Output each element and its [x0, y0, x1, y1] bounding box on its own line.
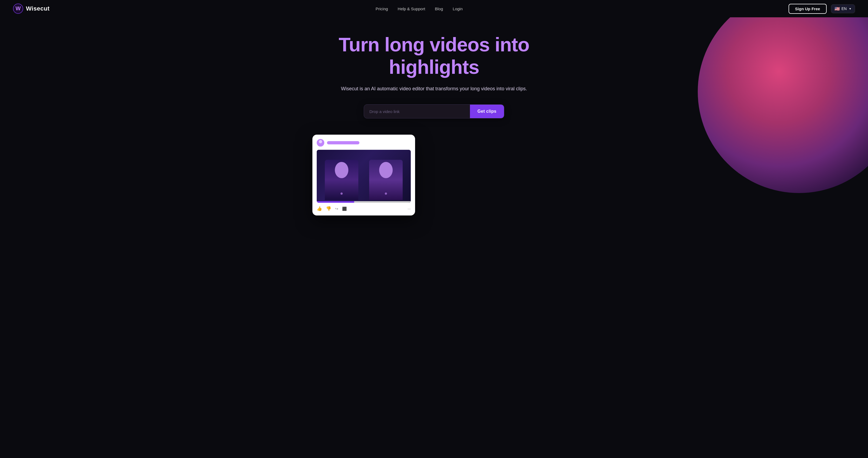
get-clips-button[interactable]: Get clips	[470, 104, 504, 118]
video-progress-bar	[317, 201, 411, 203]
more-options-icon[interactable]: ···	[407, 207, 411, 211]
svg-point-2	[319, 140, 322, 143]
background-orb	[698, 17, 868, 193]
nav-link-login[interactable]: Login	[453, 6, 463, 11]
card-header	[317, 139, 411, 147]
logo-link[interactable]: W Wisecut	[13, 3, 50, 14]
card-title-placeholder	[327, 141, 360, 144]
hero-subtitle: Wisecut is an AI automatic video editor …	[312, 85, 556, 93]
svg-text:W: W	[16, 5, 21, 11]
card-footer: 👍 👎 ↪ ⬛ ···	[317, 203, 411, 211]
video-preview-card: 👍 👎 ↪ ⬛ ···	[312, 135, 415, 215]
nav-link-pricing[interactable]: Pricing	[376, 6, 388, 11]
nav-right: Sign Up Free 🇺🇸 EN ▼	[788, 4, 855, 14]
mic-left	[341, 192, 343, 195]
navbar: W Wisecut Pricing Help & Support Blog Lo…	[0, 0, 868, 17]
thumbs-down-icon[interactable]: 👎	[326, 206, 331, 211]
person-left	[325, 160, 359, 200]
signup-button[interactable]: Sign Up Free	[788, 4, 827, 14]
wisecut-logo-icon: W	[13, 3, 23, 14]
thumbs-up-icon[interactable]: 👍	[317, 206, 322, 211]
lang-code: EN	[841, 6, 847, 11]
nav-link-help-support[interactable]: Help & Support	[398, 6, 425, 11]
video-link-form: Get clips	[364, 104, 504, 118]
hero-section: Turn long videos into highlights Wisecut…	[0, 17, 868, 458]
svg-point-3	[318, 144, 323, 147]
hero-title: Turn long videos into highlights	[312, 33, 556, 79]
nav-links: Pricing Help & Support Blog Login	[376, 6, 463, 11]
nav-link-blog[interactable]: Blog	[435, 6, 443, 11]
person-right	[369, 160, 403, 200]
chevron-down-icon: ▼	[849, 7, 851, 10]
video-link-input[interactable]	[364, 105, 470, 118]
video-thumbnail	[317, 150, 411, 203]
video-scene	[317, 150, 411, 203]
flag-icon: 🇺🇸	[835, 6, 840, 11]
logo-wordmark: Wisecut	[26, 5, 50, 12]
card-avatar	[317, 139, 324, 147]
language-selector[interactable]: 🇺🇸 EN ▼	[831, 4, 855, 13]
download-icon[interactable]: ⬛	[342, 207, 347, 211]
hero-content: Turn long videos into highlights Wisecut…	[312, 33, 556, 215]
video-progress-fill	[317, 201, 354, 203]
share-icon[interactable]: ↪	[335, 207, 338, 211]
mic-right	[385, 192, 387, 195]
